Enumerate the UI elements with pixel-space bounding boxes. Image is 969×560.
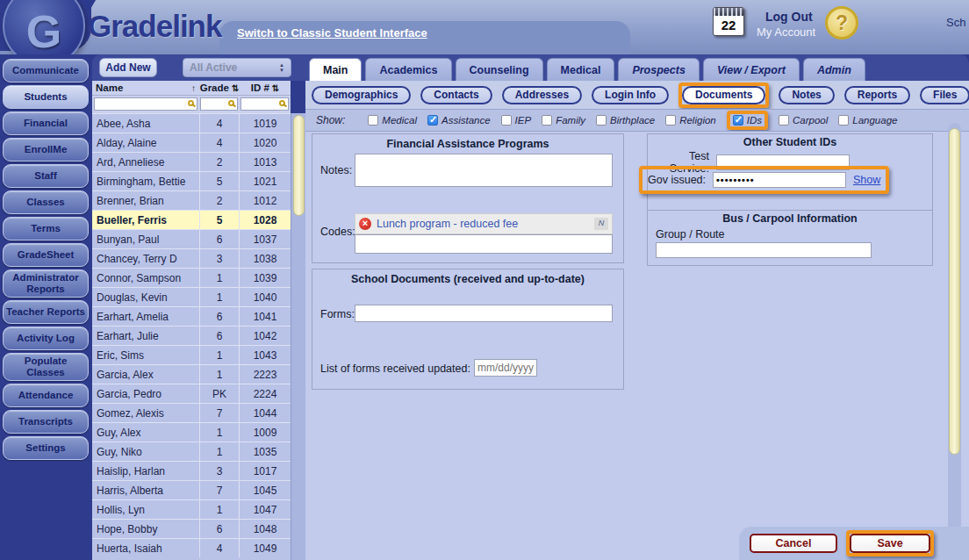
subtab-demographics[interactable]: Demographics — [312, 86, 411, 104]
subtab-login-info[interactable]: Login Info — [592, 86, 669, 104]
student-list-scrollbar[interactable] — [291, 113, 305, 560]
column-header-grade[interactable]: Grade⇅ — [199, 81, 240, 95]
student-row-alday-alaine[interactable]: Alday, Alaine41020 — [92, 133, 291, 152]
search-name-field[interactable] — [94, 97, 197, 111]
student-row-earhart-amelia[interactable]: Earhart, Amelia61041 — [92, 306, 291, 326]
subtab-documents[interactable]: Documents — [682, 86, 765, 104]
student-row-brenner-brian[interactable]: Brenner, Brian21012 — [92, 190, 291, 210]
tab-admin[interactable]: Admin — [803, 58, 865, 81]
student-row-garcia-pedro[interactable]: Garcia, PedroPK2224 — [92, 384, 291, 403]
help-icon[interactable]: ? — [825, 6, 858, 39]
tab-medical[interactable]: Medical — [547, 58, 615, 81]
show-filter-assistance[interactable]: Assistance — [427, 115, 491, 126]
sidebar-item-communicate[interactable]: Communicate — [3, 59, 89, 83]
student-row-chancey-terry-d[interactable]: Chancey, Terry D31038 — [92, 248, 291, 268]
search-id-field[interactable] — [240, 97, 289, 111]
checkbox-carpool[interactable] — [779, 115, 789, 126]
student-row-guy-alex[interactable]: Guy, Alex11009 — [92, 422, 291, 442]
content-scroll-thumb[interactable] — [949, 128, 960, 455]
subtab-addresses[interactable]: Addresses — [502, 86, 582, 104]
codes-field[interactable]: × Lunch program - reduced fee — [355, 213, 613, 254]
sidebar-item-staff[interactable]: Staff — [3, 164, 89, 188]
checkbox-iep[interactable] — [501, 115, 512, 126]
search-grade-field[interactable] — [200, 97, 238, 111]
forms-updated-date-input[interactable] — [474, 359, 537, 377]
show-filter-carpool[interactable]: Carpool — [779, 115, 828, 126]
column-header-name[interactable]: Name↑ — [92, 81, 199, 95]
sidebar-item-classes[interactable]: Classes — [3, 190, 89, 214]
column-header-id[interactable]: ID #⇅ — [240, 81, 291, 95]
student-row-huerta-isaiah[interactable]: Huerta, Isaiah41049 — [92, 538, 291, 557]
subtab-reports[interactable]: Reports — [844, 86, 910, 104]
student-row-bunyan-paul[interactable]: Bunyan, Paul61037 — [92, 229, 291, 248]
subtab-notes[interactable]: Notes — [779, 86, 834, 104]
tab-prospects[interactable]: Prospects — [618, 58, 699, 81]
student-row-abee-asha[interactable]: Abee, Asha41019 — [92, 113, 291, 133]
student-row-gomez-alexis[interactable]: Gomez, Alexis71044 — [92, 403, 291, 422]
cancel-button[interactable]: Cancel — [750, 534, 837, 553]
show-filter-ids[interactable]: IDs — [733, 115, 762, 126]
save-button[interactable]: Save — [850, 534, 930, 553]
sidebar-item-transcripts[interactable]: Transcripts — [3, 410, 89, 434]
student-row-eric-sims[interactable]: Eric, Sims11043 — [92, 345, 291, 364]
student-row-birmingham-bettie[interactable]: Birmingham, Bettie51021 — [92, 171, 291, 190]
student-row-guy-niko[interactable]: Guy, Niko11035 — [92, 442, 291, 461]
sidebar-item-activity-log[interactable]: Activity Log — [3, 327, 89, 350]
student-row-connor-sampson[interactable]: Connor, Sampson11039 — [92, 268, 291, 287]
checkbox-religion[interactable] — [665, 115, 676, 126]
checkbox-ids[interactable] — [733, 115, 743, 126]
tab-counseling[interactable]: Counseling — [456, 58, 543, 81]
tab-academics[interactable]: Academics — [365, 58, 451, 81]
student-row-harris-alberta[interactable]: Harris, Alberta71045 — [92, 480, 291, 499]
calendar-icon[interactable]: 22 — [713, 7, 744, 36]
show-filter-medical[interactable]: Medical — [368, 115, 417, 126]
checkbox-assistance[interactable] — [427, 115, 438, 126]
checkbox-medical[interactable] — [368, 115, 378, 126]
show-filter-family[interactable]: Family — [542, 115, 585, 126]
group-route-input[interactable] — [656, 242, 872, 258]
sidebar-item-populate-classes[interactable]: Populate Classes — [3, 353, 89, 381]
student-row-douglas-kevin[interactable]: Douglas, Kevin11040 — [92, 287, 291, 306]
tab-main[interactable]: Main — [309, 58, 362, 81]
student-list-scroll-thumb[interactable] — [293, 115, 305, 216]
sidebar-item-attendance[interactable]: Attendance — [3, 384, 89, 407]
sidebar-item-students[interactable]: Students — [3, 85, 89, 109]
add-new-button[interactable]: Add New — [99, 58, 157, 77]
logout-link[interactable]: Log Out — [765, 10, 813, 24]
tab-view-export[interactable]: View / Export — [703, 58, 800, 81]
my-account-link[interactable]: My Account — [757, 25, 815, 39]
gov-issued-input[interactable] — [713, 172, 846, 188]
student-row-earhart-julie[interactable]: Earhart, Julie61042 — [92, 326, 291, 345]
student-row-haislip-harlan[interactable]: Haislip, Harlan31017 — [92, 461, 291, 480]
student-row-ard-anneliese[interactable]: Ard, Anneliese21013 — [92, 152, 291, 171]
student-row-hollis-lyn[interactable]: Hollis, Lyn11047 — [92, 499, 291, 519]
reorder-icon[interactable] — [594, 218, 608, 230]
notes-textarea[interactable] — [355, 154, 613, 187]
sidebar-item-teacher-reports[interactable]: Teacher Reports — [3, 300, 89, 324]
forms-input[interactable] — [355, 305, 613, 322]
subtab-contacts[interactable]: Contacts — [420, 86, 492, 104]
remove-code-icon[interactable]: × — [359, 218, 371, 230]
content-scrollbar[interactable] — [948, 123, 961, 555]
show-filter-language[interactable]: Language — [838, 115, 897, 126]
student-row-bueller-ferris[interactable]: Bueller, Ferris51028 — [92, 210, 291, 229]
sidebar-item-gradesheet[interactable]: GradeSheet — [3, 243, 89, 267]
show-gov-id-link[interactable]: Show — [853, 174, 880, 186]
checkbox-family[interactable] — [542, 115, 552, 126]
switch-classic-link[interactable]: Switch to Classic Student Interface — [237, 26, 427, 39]
sidebar-item-administrator-reports[interactable]: Administrator Reports — [3, 269, 89, 298]
status-filter-select[interactable]: All Active — [183, 58, 291, 77]
subtab-files[interactable]: Files — [920, 86, 969, 104]
sidebar-item-financial[interactable]: Financial — [3, 111, 89, 135]
student-row-hope-bobby[interactable]: Hope, Bobby61048 — [92, 519, 291, 538]
checkbox-birthplace[interactable] — [596, 115, 607, 126]
show-filter-religion[interactable]: Religion — [665, 115, 716, 126]
search-name-input[interactable] — [95, 102, 197, 113]
sidebar-item-settings[interactable]: Settings — [3, 436, 89, 460]
sidebar-item-terms[interactable]: Terms — [3, 217, 89, 241]
show-filter-birthplace[interactable]: Birthplace — [596, 115, 655, 126]
codes-input[interactable] — [355, 234, 613, 254]
show-filter-iep[interactable]: IEP — [501, 115, 532, 126]
student-row-garcia-alex[interactable]: Garcia, Alex12223 — [92, 364, 291, 384]
checkbox-language[interactable] — [838, 115, 849, 126]
